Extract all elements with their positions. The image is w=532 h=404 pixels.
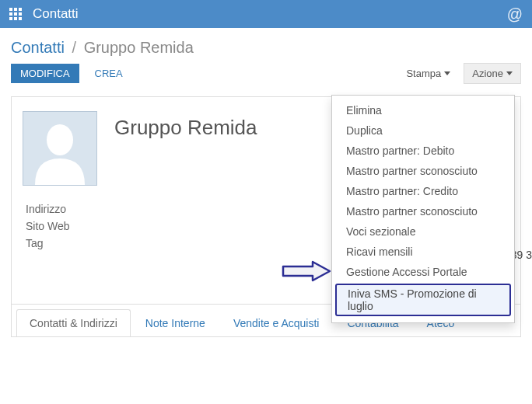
dropdown-item-highlighted[interactable]: Iniva SMS - Promozione di luglio	[335, 284, 511, 316]
label-website: Sito Web	[26, 220, 290, 232]
caret-down-icon	[506, 71, 513, 75]
actionbar: MODIFICA CREA Stampa Azione	[0, 60, 532, 92]
fields-left: Indirizzo Sito Web Tag	[23, 203, 290, 296]
dropdown-item[interactable]: Gestione Accessi Portale	[332, 262, 514, 282]
tab[interactable]: Vendite e Acquisti	[220, 309, 333, 336]
label-address: Indirizzo	[26, 203, 290, 215]
messaging-icon[interactable]: @	[507, 5, 523, 23]
create-button[interactable]: CREA	[86, 64, 132, 83]
print-label: Stampa	[406, 68, 441, 79]
action-dropdown-menu: EliminaDuplicaMastro partner: DebitoMast…	[331, 95, 515, 323]
tab[interactable]: Note Interne	[132, 309, 219, 336]
breadcrumb-root[interactable]: Contatti	[11, 39, 65, 56]
tab[interactable]: Contatti & Indirizzi	[16, 309, 131, 336]
dropdown-item[interactable]: Duplica	[332, 120, 514, 141]
apps-icon[interactable]	[9, 8, 22, 20]
dropdown-item[interactable]: Mastro partner sconosciuto	[332, 201, 514, 221]
action-label: Azione	[472, 68, 503, 79]
page-title: Contatti	[33, 6, 79, 22]
action-dropdown[interactable]: Azione	[464, 63, 521, 84]
breadcrumb: Contatti / Gruppo Remida	[0, 28, 532, 60]
print-dropdown[interactable]: Stampa	[397, 63, 459, 84]
dropdown-item[interactable]: Mastro partner sconosciuto	[332, 161, 514, 181]
label-tag: Tag	[26, 237, 290, 249]
dropdown-item[interactable]: Mastro partner: Debito	[332, 141, 514, 161]
contact-name: Gruppo Remida	[114, 116, 257, 140]
caret-down-icon	[444, 71, 450, 75]
breadcrumb-sep: /	[72, 39, 77, 56]
svg-point-0	[47, 124, 73, 155]
arrow-annotation-icon	[282, 260, 331, 284]
breadcrumb-current: Gruppo Remida	[84, 39, 194, 56]
dropdown-item[interactable]: Voci sezionale	[332, 221, 514, 242]
dropdown-item[interactable]: Mastro partner: Credito	[332, 181, 514, 201]
topbar: Contatti @	[0, 0, 532, 28]
modify-button[interactable]: MODIFICA	[11, 64, 79, 83]
dropdown-item[interactable]: Elimina	[332, 100, 514, 120]
person-icon	[29, 113, 91, 185]
dropdown-item[interactable]: Ricavi mensili	[332, 242, 514, 262]
topbar-left: Contatti	[9, 6, 79, 22]
avatar[interactable]	[23, 111, 97, 186]
